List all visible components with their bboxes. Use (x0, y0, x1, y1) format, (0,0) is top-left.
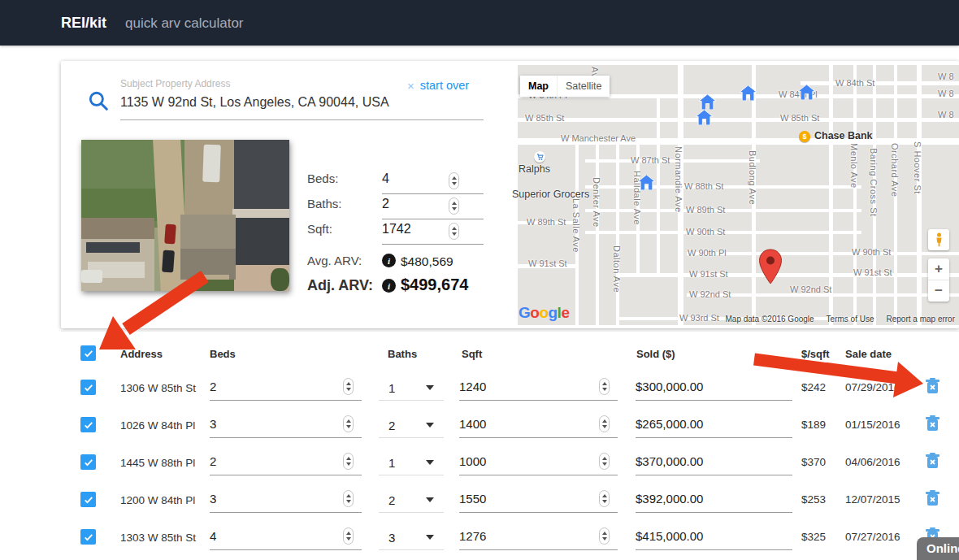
comp-house-marker (798, 85, 815, 100)
delete-comp-button[interactable] (926, 415, 939, 435)
pegman-streetview-button[interactable] (928, 229, 949, 250)
delete-comp-button[interactable] (926, 490, 939, 510)
delete-comp-button[interactable] (926, 453, 939, 472)
comp-address: 1303 W 85th St (120, 532, 196, 544)
main-card: Subject Property Address × start over Be… (61, 61, 959, 328)
info-icon[interactable]: i (382, 279, 396, 293)
beds-input[interactable]: 2 (210, 447, 362, 475)
sold-input[interactable]: $300,000.00 (636, 372, 792, 401)
header-baths: Baths (388, 348, 417, 360)
subject-address-input[interactable] (120, 95, 484, 120)
sqft-input[interactable]: 1742 (382, 218, 484, 245)
poi-chase-bank: Chase Bank (814, 130, 873, 141)
map-zoom-control: + − (928, 258, 949, 302)
sold-input[interactable]: $415,000.00 (636, 522, 792, 550)
stepper-icon[interactable] (599, 527, 610, 545)
street-label: W 90th St (852, 247, 891, 257)
beds-input[interactable]: 3 (210, 410, 362, 438)
google-map[interactable]: W 84th Pl W 85th St W Manchester Ave W 8… (512, 65, 959, 325)
street-label: S Hoover St (913, 141, 922, 194)
avg-arv-value: $480,569 (401, 254, 453, 269)
row-checkbox[interactable] (80, 492, 96, 507)
sqft-input[interactable]: 1240 (459, 372, 618, 401)
brand-logo[interactable]: REI/kit (61, 15, 106, 32)
sqft-input[interactable]: 1400 (459, 410, 618, 438)
comps-table: Address Beds Baths Sqft Sold ($) $/sqft … (61, 331, 959, 560)
satellite-button[interactable]: Satellite (557, 76, 610, 97)
top-navbar: REI/kit quick arv calculator (0, 0, 959, 46)
stepper-icon[interactable] (599, 453, 610, 470)
street-label: Normandie Ave (674, 146, 683, 213)
zoom-out-button[interactable]: − (928, 280, 949, 302)
comp-row: 1445 W 88th Pl 2 1 1000 $370,000.00 $370… (61, 447, 959, 484)
adj-arv-value: $499,674 (401, 276, 468, 294)
sold-input[interactable]: $370,000.00 (636, 447, 792, 475)
beds-input[interactable]: 4 (210, 522, 362, 550)
street-label: Budlong Ave (748, 150, 757, 205)
per-sqft-value: $325 (801, 531, 826, 543)
header-sale-date: Sale date (845, 348, 892, 360)
baths-select[interactable]: 2 (379, 410, 444, 438)
map-button[interactable]: Map (520, 76, 557, 97)
street-label: W 90th St (686, 227, 725, 237)
sqft-input[interactable]: 1000 (459, 447, 618, 475)
sale-date-value: 01/15/2016 (845, 419, 900, 431)
comp-address: 1306 W 85th St (120, 382, 196, 394)
stepper-icon[interactable] (343, 490, 354, 507)
sale-date-value: 07/29/2016 (845, 381, 900, 393)
row-checkbox[interactable] (80, 529, 96, 545)
stepper-icon[interactable] (343, 527, 354, 545)
street-label: W 91st St (689, 269, 728, 279)
header-sqft: Sqft (462, 348, 482, 360)
sold-input[interactable]: $265,000.00 (636, 410, 792, 438)
per-sqft-value: $370 (801, 456, 826, 468)
close-icon: × (407, 80, 414, 92)
header-address: Address (120, 348, 163, 360)
comp-row: 1200 W 84th Pl 3 2 1550 $392,000.00 $253… (61, 484, 959, 522)
chat-online-tab[interactable]: Online (917, 537, 959, 560)
baths-select[interactable]: 3 (379, 522, 444, 550)
report-map-error-link[interactable]: Report a map error (887, 315, 955, 323)
caret-down-icon (426, 460, 434, 465)
comp-row: 1303 W 85th St 4 3 1276 $415,000.00 $325… (61, 522, 959, 559)
header-per-sqft: $/sqft (801, 348, 830, 360)
map-data-credit: Map data ©2016 Google (725, 315, 814, 323)
beds-input[interactable]: 3 (210, 484, 362, 513)
per-sqft-value: $253 (801, 493, 826, 506)
stepper-icon[interactable] (449, 198, 459, 215)
street-label: W 85th St (780, 113, 819, 123)
row-checkbox[interactable] (80, 380, 96, 395)
google-logo[interactable]: Google (519, 304, 569, 322)
select-all-checkbox[interactable] (80, 345, 96, 361)
row-checkbox[interactable] (80, 417, 96, 432)
sale-date-value: 04/06/2016 (845, 456, 900, 468)
sqft-input[interactable]: 1276 (459, 522, 618, 550)
terms-of-use-link[interactable]: Terms of Use (827, 315, 874, 323)
zoom-in-button[interactable]: + (928, 258, 949, 280)
info-icon[interactable]: i (382, 254, 396, 267)
baths-select[interactable]: 1 (379, 372, 444, 401)
row-checkbox[interactable] (80, 454, 96, 470)
street-label: W 92nd St (689, 289, 731, 299)
baths-input[interactable]: 2 (382, 193, 484, 219)
comp-address: 1445 W 88th Pl (120, 457, 195, 469)
stepper-icon[interactable] (599, 415, 610, 432)
start-over-link[interactable]: × start over (407, 79, 469, 92)
delete-comp-button[interactable] (926, 378, 939, 397)
header-beds: Beds (210, 348, 236, 360)
baths-select[interactable]: 2 (379, 484, 444, 513)
baths-select[interactable]: 1 (379, 447, 444, 475)
stepper-icon[interactable] (343, 378, 354, 395)
stepper-icon[interactable] (449, 223, 459, 240)
stepper-icon[interactable] (343, 415, 354, 432)
sold-input[interactable]: $392,000.00 (636, 484, 792, 513)
stepper-icon[interactable] (599, 490, 610, 507)
beds-input[interactable]: 2 (210, 372, 362, 401)
street-label: W 89th St (527, 217, 566, 227)
stepper-icon[interactable] (449, 172, 459, 189)
stepper-icon[interactable] (343, 453, 354, 470)
stepper-icon[interactable] (599, 378, 610, 395)
sqft-input[interactable]: 1550 (459, 484, 618, 513)
sale-date-value: 07/27/2016 (845, 531, 900, 543)
beds-input[interactable]: 4 (382, 167, 484, 194)
